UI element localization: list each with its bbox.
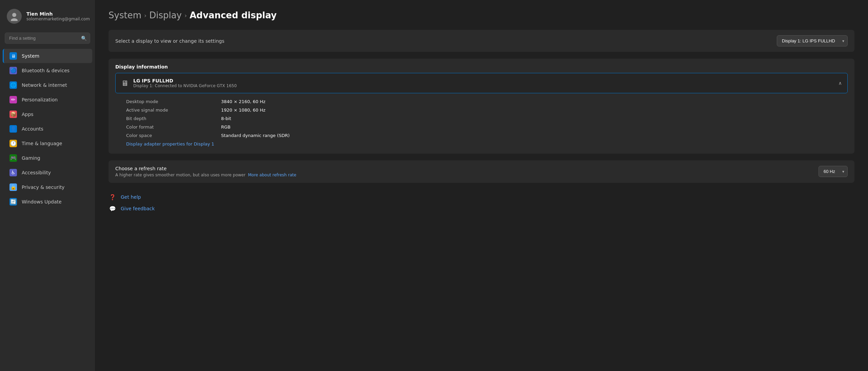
sidebar-label-update: Windows Update — [22, 199, 62, 204]
display-card-chevron-icon: ∧ — [839, 80, 842, 86]
breadcrumb-sep-1: › — [144, 12, 146, 19]
sidebar-nav: 🖥 System 🔵 Bluetooth & devices 🌐 Network… — [0, 48, 95, 209]
sidebar-label-accessibility: Accessibility — [22, 170, 51, 175]
display-adapter-link[interactable]: Display adapter properties for Display 1 — [126, 141, 214, 147]
system-icon: 🖥 — [9, 52, 17, 60]
breadcrumb-display[interactable]: Display — [149, 10, 182, 20]
display-card-name: LG IPS FULLHD — [133, 78, 834, 83]
sidebar-item-accessibility[interactable]: ♿ Accessibility — [3, 165, 92, 180]
refresh-rate-info: Choose a refresh rate A higher rate give… — [115, 166, 296, 177]
accessibility-icon: ♿ — [9, 169, 17, 176]
sidebar-label-bluetooth: Bluetooth & devices — [22, 68, 70, 73]
breadcrumb: System › Display › Advanced display — [108, 10, 854, 20]
svg-point-1 — [11, 18, 18, 21]
display-card[interactable]: 🖥 LG IPS FULLHD Display 1: Connected to … — [115, 73, 848, 93]
accounts-icon: 👤 — [9, 125, 17, 133]
sidebar-label-network: Network & internet — [22, 82, 67, 88]
sidebar-item-personalization[interactable]: ✏ Personalization — [3, 93, 92, 107]
refresh-rate-dropdown-wrap: 60 Hz75 Hz ▾ — [818, 166, 848, 177]
display-info-section: Display information 🖥 LG IPS FULLHD Disp… — [108, 59, 854, 154]
search-input[interactable] — [5, 33, 90, 44]
user-email: solomenmarketing@gmail.com — [26, 17, 90, 21]
sidebar-label-apps: Apps — [22, 112, 34, 117]
refresh-rate-title: Choose a refresh rate — [115, 166, 296, 171]
time-icon: 🕐 — [9, 140, 17, 147]
prop-label: Color space — [126, 133, 201, 138]
search-box[interactable]: 🔍 — [5, 33, 90, 44]
main-content: System › Display › Advanced display Sele… — [95, 0, 868, 371]
breadcrumb-system[interactable]: System — [108, 10, 141, 20]
sidebar-item-privacy[interactable]: 🔒 Privacy & security — [3, 180, 92, 194]
display-selector-label: Select a display to view or change its s… — [115, 38, 224, 44]
sidebar-label-system: System — [22, 53, 39, 59]
table-row: Color format RGB — [126, 123, 848, 131]
network-icon: 🌐 — [9, 81, 17, 89]
bluetooth-icon: 🔵 — [9, 67, 17, 74]
sidebar-item-time[interactable]: 🕐 Time & language — [3, 136, 92, 151]
display-dropdown[interactable]: Display 1: LG IPS FULLHD — [777, 35, 848, 46]
table-row: Bit depth 8-bit — [126, 114, 848, 123]
sidebar-label-privacy: Privacy & security — [22, 184, 64, 190]
sidebar-item-gaming[interactable]: 🎮 Gaming — [3, 151, 92, 165]
table-row: Desktop mode 3840 × 2160, 60 Hz — [126, 97, 848, 106]
refresh-rate-link[interactable]: More about refresh rate — [248, 173, 296, 177]
svg-point-0 — [12, 13, 16, 17]
user-name: Tien Minh — [26, 11, 90, 17]
sidebar-label-personalization: Personalization — [22, 97, 58, 102]
help-links: ❓ Get help 💬 Give feedback — [108, 193, 854, 213]
display-card-info: LG IPS FULLHD Display 1: Connected to NV… — [133, 78, 834, 88]
prop-value: 3840 × 2160, 60 Hz — [221, 99, 265, 104]
sidebar: Tien Minh solomenmarketing@gmail.com 🔍 🖥… — [0, 0, 95, 371]
sidebar-item-system[interactable]: 🖥 System — [3, 49, 92, 63]
avatar — [7, 9, 22, 24]
sidebar-item-network[interactable]: 🌐 Network & internet — [3, 78, 92, 92]
user-profile: Tien Minh solomenmarketing@gmail.com — [0, 3, 95, 31]
get-help-icon: ❓ — [108, 193, 117, 201]
help-get-help[interactable]: ❓ Get help — [108, 193, 854, 201]
refresh-rate-dropdown[interactable]: 60 Hz75 Hz — [818, 166, 848, 177]
refresh-rate-bar: Choose a refresh rate A higher rate give… — [108, 160, 854, 183]
user-info: Tien Minh solomenmarketing@gmail.com — [26, 11, 90, 21]
update-icon: 🔄 — [9, 198, 17, 206]
get-help-label: Get help — [121, 194, 141, 200]
sidebar-item-bluetooth[interactable]: 🔵 Bluetooth & devices — [3, 63, 92, 78]
monitor-icon: 🖥 — [121, 79, 129, 87]
prop-value: RGB — [221, 124, 231, 130]
table-row: Color space Standard dynamic range (SDR) — [126, 131, 848, 140]
prop-label: Desktop mode — [126, 99, 201, 104]
personalization-icon: ✏ — [9, 96, 17, 103]
sidebar-item-update[interactable]: 🔄 Windows Update — [3, 195, 92, 209]
prop-value: 8-bit — [221, 116, 231, 121]
prop-label: Color format — [126, 124, 201, 130]
prop-label: Active signal mode — [126, 108, 201, 113]
table-row: Display adapter properties for Display 1 — [126, 140, 848, 148]
display-selector-bar: Select a display to view or change its s… — [108, 30, 854, 52]
display-card-subtitle: Display 1: Connected to NVIDIA GeForce G… — [133, 83, 834, 88]
sidebar-label-accounts: Accounts — [22, 126, 43, 132]
prop-label: Bit depth — [126, 116, 201, 121]
sidebar-label-gaming: Gaming — [22, 155, 40, 161]
refresh-rate-desc: A higher rate gives smoother motion, but… — [115, 173, 296, 177]
apps-icon: 📦 — [9, 111, 17, 118]
prop-value: Standard dynamic range (SDR) — [221, 133, 290, 138]
privacy-icon: 🔒 — [9, 183, 17, 191]
display-properties-table: Desktop mode 3840 × 2160, 60 Hz Active s… — [108, 95, 854, 154]
give-feedback-icon: 💬 — [108, 204, 117, 213]
breadcrumb-sep-2: › — [184, 12, 187, 19]
prop-value: 1920 × 1080, 60 Hz — [221, 108, 265, 113]
help-give-feedback[interactable]: 💬 Give feedback — [108, 204, 854, 213]
display-dropdown-wrap: Display 1: LG IPS FULLHD ▾ — [777, 35, 848, 46]
sidebar-label-time: Time & language — [22, 141, 62, 146]
sidebar-item-apps[interactable]: 📦 Apps — [3, 107, 92, 121]
table-row: Active signal mode 1920 × 1080, 60 Hz — [126, 106, 848, 114]
sidebar-item-accounts[interactable]: 👤 Accounts — [3, 122, 92, 136]
breadcrumb-current: Advanced display — [190, 10, 277, 20]
search-icon: 🔍 — [81, 36, 87, 41]
display-info-header: Display information — [108, 59, 854, 73]
give-feedback-label: Give feedback — [121, 206, 155, 211]
gaming-icon: 🎮 — [9, 154, 17, 162]
